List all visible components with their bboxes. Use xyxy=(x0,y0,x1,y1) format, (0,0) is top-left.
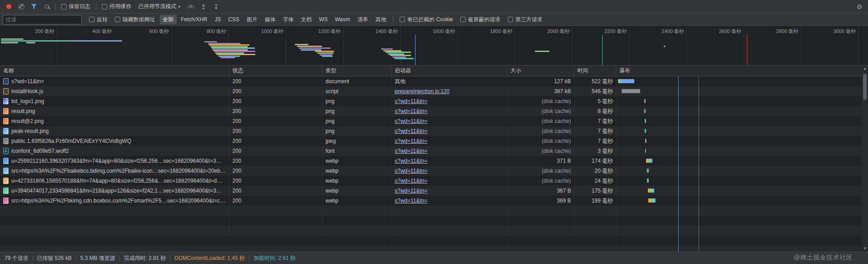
filter-type-其他[interactable]: 其他 xyxy=(372,15,389,24)
overview-time-cell: 2000 毫秒 xyxy=(515,26,572,65)
scrollbar-thumb[interactable] xyxy=(863,74,867,100)
export-har-button[interactable]: ↧ xyxy=(210,1,222,12)
overview-time-label: 600 毫秒 xyxy=(114,26,171,35)
table-row[interactable]: A iconfont_6d09e57.woff2 200 font s?wd=1… xyxy=(0,146,868,156)
settings-gear-button[interactable]: ⚙ xyxy=(854,1,865,12)
request-name[interactable]: u=2599212160,3963207363&fm=74&app=80&siz… xyxy=(11,158,222,164)
initiator-value[interactable]: s?wd=11&tn= xyxy=(395,148,428,154)
column-header-size[interactable]: 大小 xyxy=(507,66,574,76)
filter-type-Wasm[interactable]: Wasm xyxy=(332,15,354,24)
checkbox-icon xyxy=(89,17,94,22)
table-row[interactable]: s?wd=11&tn= 200 document 其他 127 kB 522 毫… xyxy=(0,76,868,86)
overview-time-label: 3000 毫秒 xyxy=(801,26,858,35)
search-button[interactable] xyxy=(41,1,52,12)
column-header-name[interactable]: 名称 xyxy=(0,66,229,76)
filter-funnel-icon xyxy=(31,4,37,9)
initiator-value: 其他 xyxy=(395,78,406,85)
scroll-down-arrow-icon[interactable]: ▼ xyxy=(863,247,867,250)
request-name[interactable]: public.1.63f5826a.Pz60mDVEAlExYY4CVoBgWQ xyxy=(11,138,131,144)
blocked-requests-checkbox[interactable]: 被屏蔽的请求 xyxy=(460,16,500,24)
initiator-value[interactable]: s?wd=11&tn= xyxy=(395,158,428,164)
initiator-value[interactable]: s?wd=11&tn= xyxy=(395,168,428,174)
column-header-initiator[interactable]: 启动器 xyxy=(392,66,507,76)
request-name[interactable]: src=https%3A%2F%2Fbkimg.cdn.bcebos.com%2… xyxy=(11,198,226,204)
table-row[interactable]: u=427331806,1565570188&fm=74&app=80&size… xyxy=(0,176,868,186)
filter-type-文档[interactable]: 文档 xyxy=(297,15,315,24)
preserve-log-checkbox[interactable]: 保留日志 xyxy=(61,3,90,10)
table-row[interactable]: result.png 200 png s?wd=11&tn= (disk cac… xyxy=(0,106,868,116)
time-cell: 174 毫秒 xyxy=(574,156,616,166)
request-name[interactable]: iconfont_6d09e57.woff2 xyxy=(11,148,69,154)
request-name[interactable]: bd_logo1.png xyxy=(11,98,44,104)
network-overview-timeline[interactable]: 200 毫秒400 毫秒600 毫秒800 毫秒1000 毫秒1200 毫秒14… xyxy=(0,26,868,66)
column-header-type[interactable]: 类型 xyxy=(322,66,392,76)
initiator-value[interactable]: s?wd=11&tn= xyxy=(395,188,428,194)
filter-type-字体[interactable]: 字体 xyxy=(279,15,297,24)
initiator-value[interactable]: prepareInjection.js:120 xyxy=(395,88,449,94)
request-name[interactable]: s?wd=11&tn= xyxy=(11,78,44,85)
request-name[interactable]: u=427331806,1565570188&fm=74&app=80&size… xyxy=(11,178,222,184)
third-party-label: 第三方请求 xyxy=(515,16,542,24)
checkbox-icon xyxy=(460,17,466,22)
blocked-cookies-checkbox[interactable]: 有已拦截的 Cookie xyxy=(400,16,453,24)
size-cell: (disk cache) xyxy=(507,176,574,186)
table-row[interactable]: src=https%3A%2F%2Fbkimg.cdn.bcebos.com%2… xyxy=(0,196,868,206)
file-type-icon xyxy=(3,128,9,134)
column-header-status[interactable]: 状态 xyxy=(229,66,322,76)
filter-type-JS[interactable]: JS xyxy=(212,15,224,24)
request-name[interactable]: installHook.js xyxy=(11,88,43,94)
filter-type-清单[interactable]: 清单 xyxy=(354,15,371,24)
initiator-value[interactable]: s?wd=11&tn= xyxy=(395,128,428,134)
request-name[interactable]: peak-result.png xyxy=(11,128,49,134)
hide-data-urls-checkbox[interactable]: 隐藏数据网址 xyxy=(115,16,155,24)
name-cell: result@2.png xyxy=(0,116,229,126)
status-cell: 200 xyxy=(229,156,322,166)
initiator-value[interactable]: s?wd=11&tn= xyxy=(395,118,428,124)
table-row[interactable]: bd_logo1.png 200 png s?wd=11&tn= (disk c… xyxy=(0,96,868,106)
filter-type-CSS[interactable]: CSS xyxy=(225,15,243,24)
filter-type-全部[interactable]: 全部 xyxy=(160,15,177,24)
scroll-up-arrow-icon[interactable]: ▲ xyxy=(863,67,867,71)
time-cell: 7 毫秒 xyxy=(574,116,616,126)
waterfall-cell xyxy=(616,76,868,86)
table-row[interactable]: public.1.63f5826a.Pz60mDVEAlExYY4CVoBgWQ… xyxy=(0,136,868,146)
request-name[interactable]: result.png xyxy=(11,108,35,114)
initiator-value[interactable]: s?wd=11&tn= xyxy=(395,108,428,114)
initiator-value[interactable]: s?wd=11&tn= xyxy=(395,178,428,184)
blocked-cookies-label: 有已拦截的 Cookie xyxy=(407,16,453,24)
request-name[interactable]: src=https%3A%2F%2Fbaikebcs.bdimg.com%2Fb… xyxy=(11,168,226,174)
filter-type-图片[interactable]: 图片 xyxy=(243,15,260,24)
table-row[interactable]: installHook.js 200 script prepareInjecti… xyxy=(0,86,868,96)
record-button[interactable] xyxy=(3,1,14,12)
table-row[interactable]: src=https%3A%2F%2Fbaikebcs.bdimg.com%2Fb… xyxy=(0,166,868,176)
column-header-time[interactable]: 时间 xyxy=(574,66,616,76)
import-har-button[interactable]: ↥ xyxy=(198,1,209,12)
disable-cache-checkbox[interactable]: 停用缓存 xyxy=(102,3,131,10)
request-name[interactable]: result@2.png xyxy=(11,118,44,124)
filter-toggle-button[interactable] xyxy=(28,1,40,12)
filter-type-WS[interactable]: WS xyxy=(316,15,330,24)
clear-button[interactable] xyxy=(15,1,27,12)
invert-filter-checkbox[interactable]: 反转 xyxy=(89,16,108,24)
initiator-value[interactable]: s?wd=11&tn= xyxy=(395,138,428,144)
vertical-scrollbar[interactable]: ▲ ▼ xyxy=(862,66,868,252)
throttling-select[interactable]: 已停用节流模式 ▾ xyxy=(138,3,180,10)
filter-input[interactable] xyxy=(3,15,82,24)
network-conditions-button[interactable] xyxy=(185,1,197,12)
filter-type-Fetch/XHR[interactable]: Fetch/XHR xyxy=(178,15,211,24)
name-cell: s?wd=11&tn= xyxy=(0,76,229,86)
table-row[interactable]: peak-result.png 200 png s?wd=11&tn= (dis… xyxy=(0,126,868,136)
throttling-value: 已停用节流模式 xyxy=(138,3,176,10)
initiator-value[interactable]: s?wd=11&tn= xyxy=(395,98,428,104)
initiator-value[interactable]: s?wd=11&tn= xyxy=(395,198,428,204)
table-row[interactable]: result@2.png 200 png s?wd=11&tn= (disk c… xyxy=(0,116,868,126)
third-party-checkbox[interactable]: 第三方请求 xyxy=(508,16,542,24)
filter-type-媒体[interactable]: 媒体 xyxy=(261,15,278,24)
status-cell: 200 xyxy=(229,146,322,156)
table-row[interactable]: u=3940474017,2334596841&fm=218&app=126&s… xyxy=(0,186,868,196)
table-row[interactable]: u=2599212160,3963207363&fm=74&app=80&siz… xyxy=(0,156,868,166)
column-header-waterfall[interactable]: 瀑布 xyxy=(616,66,868,76)
request-name[interactable]: u=3940474017,2334596841&fm=218&app=126&s… xyxy=(11,188,222,194)
type-cell: webp xyxy=(322,186,392,196)
name-cell: peak-result.png xyxy=(0,126,229,136)
